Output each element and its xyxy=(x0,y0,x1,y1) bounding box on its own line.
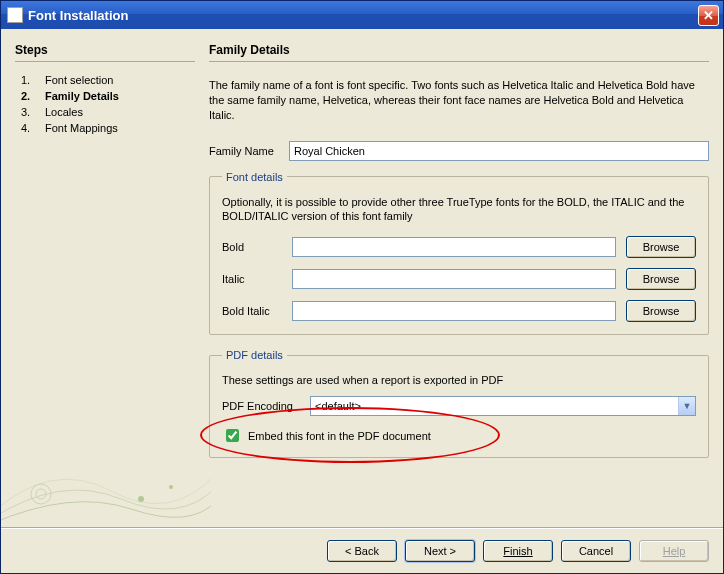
bold-browse-button[interactable]: Browse xyxy=(626,236,696,258)
step-label: Font Mappings xyxy=(45,122,118,134)
description-text: The family name of a font is font specif… xyxy=(209,78,709,123)
pdf-details-description: These settings are used when a report is… xyxy=(222,373,696,388)
step-label: Family Details xyxy=(45,90,119,102)
bold-italic-input[interactable] xyxy=(292,301,616,321)
pdf-encoding-row: PDF Encoding <default> ▼ xyxy=(222,396,696,416)
step-locales: 3. Locales xyxy=(15,104,195,120)
cancel-button[interactable]: Cancel xyxy=(561,540,631,562)
bold-label: Bold xyxy=(222,241,282,253)
back-button[interactable]: < Back xyxy=(327,540,397,562)
bold-italic-browse-button[interactable]: Browse xyxy=(626,300,696,322)
svg-point-2 xyxy=(138,496,144,502)
button-bar: < Back Next > Finish Cancel Help xyxy=(1,528,723,572)
step-number: 1. xyxy=(21,74,35,86)
step-number: 2. xyxy=(21,90,35,102)
bold-row: Bold Browse xyxy=(222,236,696,258)
close-button[interactable]: ✕ xyxy=(698,5,719,26)
step-family-details: 2. Family Details xyxy=(15,88,195,104)
next-button[interactable]: Next > xyxy=(405,540,475,562)
step-number: 3. xyxy=(21,106,35,118)
help-button[interactable]: Help xyxy=(639,540,709,562)
main-heading: Family Details xyxy=(209,43,709,57)
italic-row: Italic Browse xyxy=(222,268,696,290)
embed-font-checkbox[interactable] xyxy=(226,429,239,442)
step-font-mappings: 4. Font Mappings xyxy=(15,120,195,136)
decorative-swirl xyxy=(1,419,211,529)
italic-label: Italic xyxy=(222,273,282,285)
divider xyxy=(15,61,195,62)
titlebar: Font Installation ✕ xyxy=(1,1,723,29)
font-details-description: Optionally, it is possible to provide ot… xyxy=(222,195,696,225)
pdf-details-legend: PDF details xyxy=(222,349,287,361)
step-label: Locales xyxy=(45,106,83,118)
family-name-row: Family Name xyxy=(209,141,709,161)
steps-list: 1. Font selection 2. Family Details 3. L… xyxy=(15,72,195,136)
steps-heading: Steps xyxy=(15,43,195,57)
family-name-label: Family Name xyxy=(209,145,289,157)
italic-input[interactable] xyxy=(292,269,616,289)
family-name-input[interactable] xyxy=(289,141,709,161)
finish-button[interactable]: Finish xyxy=(483,540,553,562)
close-icon: ✕ xyxy=(703,8,714,23)
font-details-legend: Font details xyxy=(222,171,287,183)
step-label: Font selection xyxy=(45,74,113,86)
bold-italic-row: Bold Italic Browse xyxy=(222,300,696,322)
bold-italic-label: Bold Italic xyxy=(222,305,282,317)
pdf-details-group: PDF details These settings are used when… xyxy=(209,349,709,458)
svg-point-0 xyxy=(31,484,51,504)
main-body: The family name of a font is font specif… xyxy=(209,72,709,527)
chevron-down-icon: ▼ xyxy=(678,397,695,415)
main-pane: Family Details The family name of a font… xyxy=(209,43,709,527)
divider xyxy=(209,61,709,62)
window-title: Font Installation xyxy=(28,8,698,23)
step-number: 4. xyxy=(21,122,35,134)
steps-pane: Steps 1. Font selection 2. Family Detail… xyxy=(15,43,195,527)
content-area: Steps 1. Font selection 2. Family Detail… xyxy=(1,29,723,527)
italic-browse-button[interactable]: Browse xyxy=(626,268,696,290)
embed-font-label: Embed this font in the PDF document xyxy=(248,430,431,442)
app-icon xyxy=(7,7,23,23)
embed-font-row: Embed this font in the PDF document xyxy=(222,426,696,445)
font-details-group: Font details Optionally, it is possible … xyxy=(209,171,709,336)
step-font-selection: 1. Font selection xyxy=(15,72,195,88)
svg-point-3 xyxy=(169,485,173,489)
svg-point-1 xyxy=(36,489,46,499)
pdf-encoding-combo[interactable]: <default> ▼ xyxy=(310,396,696,416)
bold-input[interactable] xyxy=(292,237,616,257)
pdf-encoding-value: <default> xyxy=(315,400,361,412)
pdf-encoding-label: PDF Encoding xyxy=(222,400,302,412)
